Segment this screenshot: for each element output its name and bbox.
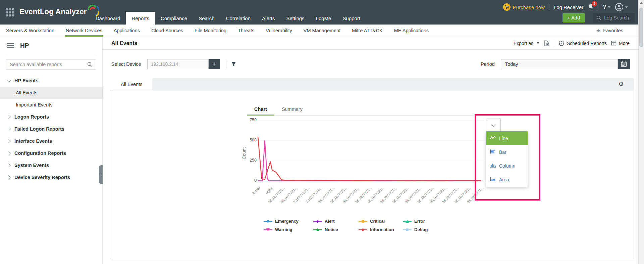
search-icon	[596, 15, 601, 20]
column-chart-icon	[490, 163, 496, 169]
calendar-button[interactable]	[618, 59, 630, 69]
apps-grid-icon[interactable]	[6, 8, 14, 16]
sidebar-item-hp-events[interactable]: HP Events	[0, 75, 102, 87]
menu-item-label: Area	[499, 177, 509, 182]
nav-item-support[interactable]: Support	[337, 12, 366, 25]
line-chart-icon	[490, 135, 496, 141]
divider	[554, 40, 554, 47]
legend-item-warning[interactable]: Warning	[264, 226, 313, 233]
x-axis-label: 55,1677721...	[434, 186, 460, 211]
legend-item-critical[interactable]: Critical	[359, 218, 403, 224]
hamburger-menu-icon[interactable]	[7, 42, 14, 49]
reports-sidebar: HP Search available reports HP EventsAll…	[0, 37, 103, 264]
purchase-now-link[interactable]: Purchase now	[503, 3, 545, 11]
subnav-item-me-applications[interactable]: ME Applications	[388, 25, 434, 37]
sidebar-item-label: All Events	[16, 90, 37, 95]
sidebar-item-device-severity-reports[interactable]: Device Severity Reports	[0, 171, 102, 183]
legend-label: Critical	[370, 219, 385, 224]
subnav-item-mitre-att-ck[interactable]: Mitre ATT&CK	[346, 25, 388, 37]
add-button[interactable]: + Add	[562, 13, 585, 23]
main-content: All Events Export as Sched	[103, 37, 638, 264]
subnav-item-threats[interactable]: Threats	[232, 25, 260, 37]
log-search-input[interactable]: Log Search	[593, 13, 635, 23]
view-tab-summary[interactable]: Summary	[274, 104, 310, 115]
subnav-item-network-devices[interactable]: Network Devices	[60, 25, 108, 37]
legend-item-notice[interactable]: Notice	[313, 226, 359, 233]
sidebar-item-failed-logon-reports[interactable]: Failed Logon Reports	[0, 123, 102, 135]
subnav-item-file-monitoring[interactable]: File Monitoring	[189, 25, 232, 37]
x-axis-label: 55,1677721...	[384, 186, 410, 211]
report-tabstrip: All Events ⚙	[111, 78, 634, 90]
legend-label: Warning	[275, 227, 292, 232]
nav-item-dashboard[interactable]: Dashboard	[90, 12, 126, 25]
nav-item-settings[interactable]: Settings	[280, 12, 310, 25]
sidebar-collapse-handle[interactable]: ‹	[99, 165, 103, 184]
log-receiver-link[interactable]: Log Receiver	[554, 4, 583, 10]
sidebar-header: HP	[7, 42, 102, 49]
more-button[interactable]: More	[611, 41, 630, 46]
subnav-item-servers-workstation[interactable]: Servers & Workstation	[0, 25, 60, 37]
legend-item-debug[interactable]: Debug	[403, 226, 428, 233]
nav-item-compliance[interactable]: Compliance	[155, 12, 193, 25]
report-search-placeholder: Search available reports	[10, 62, 62, 67]
alarm-clock-icon	[558, 40, 565, 46]
subnav-items: Servers & WorkstationNetwork DevicesAppl…	[0, 25, 638, 37]
report-panel: ChartSummary Count 0250500750 local0ngin…	[111, 90, 634, 259]
gear-icon[interactable]: ⚙	[619, 81, 624, 87]
select-device-input[interactable]: 192.168.2.14	[147, 59, 209, 69]
legend-item-alert[interactable]: Alert	[313, 218, 359, 224]
chevron-down-icon	[537, 42, 539, 44]
export-as-button[interactable]: Export as	[514, 41, 539, 46]
notifications-button[interactable]: 4	[588, 3, 594, 11]
legend-item-emergency[interactable]: Emergency	[264, 218, 313, 224]
nav-item-reports[interactable]: Reports	[126, 12, 155, 25]
view-tab-chart[interactable]: Chart	[247, 104, 274, 115]
sidebar-item-logon-reports[interactable]: Logon Reports	[0, 111, 102, 123]
sidebar-item-all-events[interactable]: All Events	[0, 87, 102, 99]
chart-type-dropdown-button[interactable]	[486, 119, 501, 131]
sidebar-item-label: Logon Reports	[14, 114, 49, 120]
subnav-item-vm-management[interactable]: VM Management	[298, 25, 346, 37]
sidebar-item-important-events[interactable]: Important Events	[0, 99, 102, 111]
user-menu-button[interactable]	[615, 3, 628, 11]
legend-item-error[interactable]: Error	[403, 218, 428, 224]
export-file-button[interactable]	[544, 40, 549, 46]
x-axis-label: 55,1677721...	[347, 186, 373, 211]
menu-item-area[interactable]: Area	[486, 173, 528, 186]
legend-label: Notice	[325, 227, 338, 232]
nav-item-search[interactable]: Search	[193, 12, 220, 25]
nav-item-logme[interactable]: LogMe	[310, 12, 337, 25]
sidebar-item-interface-events[interactable]: Interface Events	[0, 135, 102, 147]
subnav-item-applications[interactable]: Applications	[108, 25, 146, 37]
nav-item-correlation[interactable]: Correlation	[220, 12, 256, 25]
period-input[interactable]: Today	[501, 59, 618, 69]
x-axis-label: 55,1677721...	[310, 186, 335, 211]
export-file-icon	[544, 40, 549, 46]
device-filter: Select Device 192.168.2.14 +	[111, 59, 236, 69]
sidebar-item-system-events[interactable]: System Events	[0, 159, 102, 171]
favorites-button[interactable]: ★ Favorites	[596, 25, 623, 37]
tab-all-events[interactable]: All Events	[111, 78, 152, 90]
menu-item-bar[interactable]: Bar	[486, 145, 528, 159]
add-device-button[interactable]: +	[209, 59, 220, 69]
help-menu-button[interactable]: ?	[603, 4, 610, 10]
area-chart-icon	[490, 177, 496, 182]
scrollbar-up-arrow[interactable]	[640, 2, 643, 4]
subnav-item-cloud-sources[interactable]: Cloud Sources	[146, 25, 189, 37]
sidebar-item-configuration-reports[interactable]: Configuration Reports	[0, 147, 102, 159]
menu-item-label: Bar	[499, 149, 506, 155]
scheduled-reports-button[interactable]: Scheduled Reports	[558, 40, 607, 46]
scheduled-reports-label: Scheduled Reports	[567, 41, 607, 46]
page-scrollbar[interactable]	[638, 0, 644, 264]
subnav-item-vulnerability[interactable]: Vulnerability	[260, 25, 298, 37]
legend-item-information[interactable]: Information	[359, 226, 403, 233]
scrollbar-thumb[interactable]	[639, 7, 643, 47]
nav-item-alerts[interactable]: Alerts	[256, 12, 280, 25]
x-axis-label: 55,1677721...	[322, 186, 348, 211]
menu-item-column[interactable]: Column	[486, 159, 528, 173]
cart-icon	[503, 3, 511, 11]
filter-funnel-icon[interactable]	[231, 61, 236, 67]
menu-item-line[interactable]: Line	[486, 131, 528, 145]
sidebar-item-label: Failed Logon Reports	[14, 126, 64, 132]
report-search-input[interactable]: Search available reports	[6, 59, 96, 70]
